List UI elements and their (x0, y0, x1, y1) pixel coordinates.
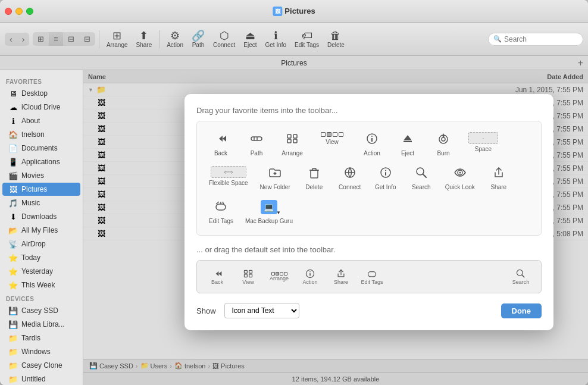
sidebar-item-documents[interactable]: 📄 Documents (2, 142, 80, 155)
toolbar-item-arrange[interactable]: Arrange (276, 129, 309, 160)
toolbar-item-back[interactable]: Back (204, 129, 237, 160)
close-button[interactable] (5, 8, 12, 15)
toolbar: ‹ › ⊞ ≡ ⊟ ⊟ ⊞ Arrange ⬆ Share ⚙ Action 🔗… (0, 23, 588, 56)
connect-button[interactable]: ⬡ Connect (209, 29, 239, 49)
share-label: Share (136, 42, 152, 48)
get-info-button[interactable]: ℹ Get Info (261, 29, 290, 49)
view-column-button[interactable]: ⊟ (63, 32, 79, 46)
sidebar-item-casey-clone[interactable]: 📁 Casey Clone (2, 359, 80, 372)
toolbar-item-edit-tags[interactable]: Edit Tags (204, 196, 238, 228)
toolbar-item-share[interactable]: Share (482, 162, 515, 194)
share-button[interactable]: ⬆ Share (133, 29, 156, 49)
sidebar-item-downloads[interactable]: ⬇ Downloads (2, 210, 80, 223)
search-field[interactable]: 🔍 (488, 33, 583, 46)
toolbar-item-search[interactable]: Search (405, 162, 438, 194)
connect-icon: ⬡ (220, 30, 229, 41)
search-input[interactable] (504, 35, 576, 43)
sidebar-item-label-media-lib: Media Libra... (21, 320, 65, 328)
eject-button[interactable]: ⏏ Eject (240, 29, 260, 49)
sidebar-item-applications[interactable]: 📱 Applications (2, 155, 80, 168)
window-title-icon: 🖼 (273, 7, 282, 16)
today-icon: ⭐ (8, 253, 18, 262)
sidebar-item-label-windows: Windows (21, 348, 51, 356)
back-nav-button[interactable]: ‹ (5, 33, 17, 46)
toolbar-item-mac-backup-guru[interactable]: 💻 ▼ Mac Backup Guru (240, 196, 298, 228)
edit-tags-label: Edit Tags (295, 42, 319, 48)
yesterday-icon: ⭐ (8, 267, 18, 276)
toolbar-item-get-info[interactable]: Get Info (369, 162, 402, 194)
add-tab-button[interactable]: + (578, 58, 583, 68)
sidebar-item-about[interactable]: ℹ About (2, 114, 80, 127)
search-item-icon (415, 166, 428, 182)
svg-rect-11 (404, 141, 412, 142)
action-button[interactable]: ⚙ Action (163, 29, 187, 49)
sidebar-item-casey-ssd[interactable]: 💾 Casey SSD (2, 304, 80, 317)
preview-share-label: Share (334, 279, 348, 285)
sidebar-item-airdrop[interactable]: 📡 AirDrop (2, 237, 80, 251)
sidebar-item-media-lib[interactable]: 💾 Media Libra... (2, 318, 80, 331)
svg-rect-35 (249, 274, 252, 277)
sidebar-item-desktop[interactable]: 🖥 Desktop (2, 87, 80, 100)
sidebar-item-tnelson[interactable]: 🏠 tnelson (2, 128, 80, 141)
toolbar-item-quick-look[interactable]: Quick Look (440, 162, 480, 194)
preview-share: Share (328, 268, 354, 285)
toolbar-item-burn[interactable]: Burn (427, 129, 460, 160)
delete-button[interactable]: 🗑 Delete (324, 29, 348, 49)
toolbar-item-action[interactable]: Action (355, 129, 389, 160)
mac-backup-dropdown-arrow: ▼ (276, 210, 281, 215)
sidebar-item-label-yesterday: Yesterday (21, 267, 53, 276)
arrange-button[interactable]: ⊞ Arrange (103, 29, 132, 49)
mac-backup-app-icon: 💻 ▼ (261, 200, 277, 214)
show-select[interactable]: Icon and Text Icon Only Text Only (224, 303, 299, 318)
sidebar-item-music[interactable]: 🎵 Music (2, 196, 80, 209)
maximize-button[interactable] (26, 8, 33, 15)
edit-tags-button[interactable]: 🏷 Edit Tags (291, 29, 323, 49)
view-list-button[interactable]: ≡ (49, 32, 63, 46)
window-title: 🖼 Pictures (273, 7, 315, 16)
sidebar-item-windows[interactable]: 📁 Windows (2, 345, 80, 358)
sidebar-item-this-week[interactable]: ⭐ This Week (2, 278, 80, 292)
svg-rect-5 (287, 139, 291, 143)
toolbar-item-flexible-space[interactable]: ⟺ Flexible Space (204, 162, 253, 194)
quick-look-item-icon (453, 166, 467, 182)
forward-nav-button[interactable]: › (17, 33, 30, 46)
sidebar-item-icloud[interactable]: ☁ iCloud Drive (2, 101, 80, 114)
done-button[interactable]: Done (501, 303, 542, 318)
space-icon: · (468, 132, 498, 144)
sidebar-item-untitled[interactable]: 📁 Untitled (2, 373, 80, 385)
view-icon-button[interactable]: ⊞ (33, 32, 49, 46)
sidebar-item-tardis[interactable]: 📁 Tardis (2, 331, 80, 345)
path-button[interactable]: 🔗 Path (188, 29, 208, 49)
flexible-space-arrows: ⟺ (224, 168, 233, 176)
documents-icon: 📄 (8, 143, 18, 153)
connect-item-label: Connect (339, 184, 361, 190)
file-list: Name Date Added ▼ 📁 Jun 1, 2015, 7:55 PM… (83, 70, 588, 385)
sidebar-item-all-my-files[interactable]: 📂 All My Files (2, 224, 80, 237)
new-folder-item-label: New Folder (260, 184, 290, 190)
sidebar-item-movies[interactable]: 🎬 Movies (2, 169, 80, 182)
view-item-label: View (326, 139, 339, 145)
toolbar-item-eject[interactable]: Eject (391, 129, 424, 160)
sidebar-item-pictures[interactable]: 🖼 Pictures (2, 183, 80, 196)
view-mode-buttons: ⊞ ≡ ⊟ ⊟ (33, 32, 95, 46)
toolbar-item-new-folder[interactable]: New Folder (255, 162, 295, 194)
svg-rect-34 (244, 274, 247, 277)
toolbar-item-space[interactable]: · Space (462, 129, 504, 160)
toolbar-items-grid: Back Path (196, 121, 542, 236)
toolbar-item-connect[interactable]: Connect (333, 162, 367, 194)
applications-icon: 📱 (8, 157, 18, 167)
flexible-space-item-label: Flexible Space (209, 180, 248, 186)
icloud-icon: ☁ (8, 102, 18, 112)
sidebar-item-label-tardis: Tardis (21, 334, 40, 342)
toolbar-item-view[interactable]: View (311, 129, 353, 160)
mac-backup-item-label: Mac Backup Guru (245, 218, 293, 224)
arrange-icon: ⊞ (112, 30, 121, 41)
music-icon: 🎵 (8, 198, 18, 208)
toolbar-item-delete[interactable]: Delete (298, 162, 331, 194)
sidebar-item-today[interactable]: ⭐ Today (2, 251, 80, 264)
sidebar-item-yesterday[interactable]: ⭐ Yesterday (2, 265, 80, 278)
toolbar-item-path[interactable]: Path (240, 129, 273, 160)
preview-edit-tags-label: Edit Tags (361, 279, 383, 285)
minimize-button[interactable] (15, 8, 23, 15)
view-cover-button[interactable]: ⊟ (79, 32, 95, 46)
